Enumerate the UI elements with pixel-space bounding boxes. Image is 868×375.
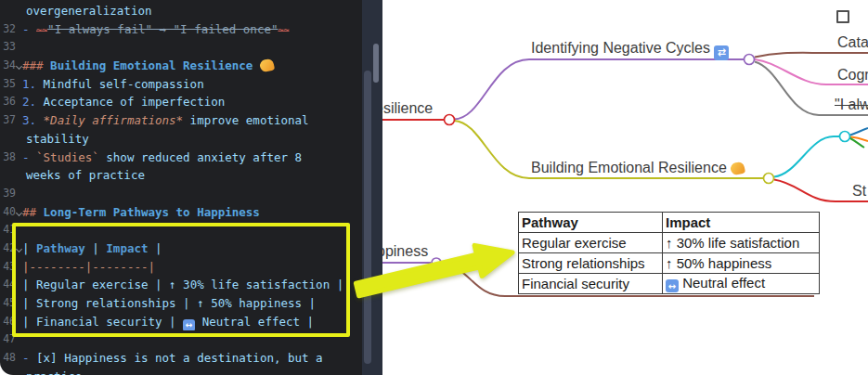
code-text[interactable] [22, 330, 362, 349]
unchecked-checkbox-icon[interactable] [836, 10, 849, 23]
code-text[interactable]: 2. Acceptance of imperfection [22, 93, 362, 111]
fold-column [16, 276, 22, 294]
fold-caret-icon[interactable] [16, 63, 22, 70]
editor-line[interactable]: 43|--------|--------| [0, 258, 362, 277]
code-text[interactable]: weeks of practice [22, 166, 362, 185]
editor-line[interactable]: 44| Regular exercise | ↑ 30% life satisf… [0, 276, 362, 294]
code-text[interactable]: - ~~"I always fail" → "I failed once"~~ [22, 20, 362, 39]
code-text[interactable] [22, 38, 362, 57]
editor-scrollbar-track[interactable] [362, 0, 382, 375]
editor-lines[interactable]: overgeneralization32- ~~"I always fail" … [0, 2, 362, 375]
editor-line[interactable]: 48- [x] Happiness is not a destination, … [0, 349, 362, 368]
code-text[interactable] [22, 185, 362, 203]
minimap-scrollbar-thumb[interactable] [373, 44, 379, 83]
token: ↑ 30% life satisfaction [169, 278, 337, 291]
editor-line[interactable]: 41 [0, 221, 362, 239]
code-text[interactable]: | Financial security | ↔ Neutral effect … [22, 313, 362, 331]
line-number [0, 2, 16, 20]
editor-line[interactable]: practice [0, 368, 362, 375]
node-resilience-clipped[interactable]: esilience [382, 99, 433, 118]
token: ~~ [278, 25, 289, 35]
editor-line[interactable]: 46| Financial security | ↔ Neutral effec… [0, 313, 362, 331]
code-text[interactable]: | Regular exercise | ↑ 30% life satisfac… [22, 276, 362, 294]
markdown-editor-pane[interactable]: overgeneralization32- ~~"I always fail" … [0, 0, 362, 375]
fold-column [16, 166, 22, 185]
line-number: 32 [0, 20, 16, 39]
token: `Studies` [36, 150, 99, 164]
node-catastrophizing-clipped[interactable]: Cata [837, 33, 868, 52]
editor-line[interactable]: 38- `Studies` show reduced anxiety after… [0, 149, 362, 167]
cell-pathway: Regular exercise [519, 233, 663, 253]
token: 2. [22, 95, 44, 109]
line-number: 34 [0, 57, 16, 75]
editor-line[interactable]: 40## Long-Term Pathways to Happiness [0, 203, 362, 222]
code-text[interactable]: 3. *Daily affirmations* improve emotiona… [22, 111, 362, 130]
token: | [309, 296, 317, 310]
editor-line[interactable]: 39 [0, 185, 362, 203]
line-number: 33 [0, 38, 16, 57]
line-number: 48 [0, 349, 16, 368]
code-text[interactable]: - [x] Happiness is not a destination, bu… [22, 349, 362, 368]
editor-line[interactable]: weeks of practice [0, 166, 362, 185]
editor-line[interactable]: 351. Mindful self-compassion [0, 75, 362, 94]
editor-line[interactable]: stability [0, 130, 362, 149]
table-row: Financial security↔ Neutral effect [519, 274, 820, 294]
node-circle-happiness[interactable] [432, 258, 441, 267]
node-happiness-clipped[interactable]: ppiness [382, 242, 428, 261]
left-right-arrow-icon: ↔ [183, 319, 195, 330]
editor-line[interactable]: 362. Acceptance of imperfection [0, 93, 362, 111]
node-cognitive-clipped[interactable]: Cogn [837, 66, 868, 84]
repeat-loop-icon: ⇄ [714, 45, 729, 60]
fold-column [16, 185, 22, 203]
editor-line[interactable]: 47 [0, 330, 362, 349]
token: ## [22, 205, 44, 219]
editor-scrollbar-thumb[interactable] [364, 71, 371, 364]
editor-line[interactable]: 32- ~~"I always fail" → "I failed once"~… [0, 20, 362, 39]
fold-column [16, 75, 22, 94]
table-header-impact: Impact [663, 213, 820, 233]
code-text[interactable]: 1. Mindful self-compassion [22, 75, 362, 94]
node-circle-list-parent[interactable] [840, 132, 850, 142]
token: Mindful self-compassion [44, 77, 204, 91]
editor-line[interactable]: 42| Pathway | Impact | [0, 239, 362, 258]
node-identifying-negative-cycles[interactable]: Identifying Negative Cycles ⇄ [531, 39, 729, 60]
code-text[interactable]: ## Long-Term Pathways to Happiness [22, 203, 362, 222]
node-circle-resilience[interactable] [445, 115, 455, 125]
node-studies-clipped[interactable]: St [852, 182, 866, 200]
node-building-emotional-resilience[interactable]: Building Emotional Resilience [531, 159, 745, 177]
editor-line[interactable]: overgeneralization [0, 2, 362, 20]
fold-column [16, 130, 22, 149]
fold-column [16, 38, 22, 57]
editor-line[interactable]: 33 [0, 38, 362, 57]
fold-caret-icon[interactable] [16, 246, 22, 252]
mindmap-preview-pane: esilience Identifying Negative Cycles ⇄ … [382, 0, 868, 375]
fold-column [16, 20, 22, 39]
fold-column [16, 111, 22, 130]
code-text[interactable] [22, 221, 362, 239]
token: 3. [22, 113, 44, 127]
token: improve emotional [183, 113, 308, 127]
line-number: 47 [0, 330, 16, 349]
node-circle-identifying[interactable] [745, 55, 755, 65]
code-text[interactable]: | Pathway | Impact | [22, 239, 362, 258]
code-text[interactable]: |--------|--------| [22, 258, 362, 277]
editor-line[interactable]: 34### Building Emotional Resilience [0, 57, 362, 75]
code-text[interactable]: practice [22, 368, 362, 375]
token: Regular exercise [36, 278, 155, 291]
node-circle-building[interactable] [764, 174, 774, 184]
line-number: 40 [0, 203, 16, 222]
code-text[interactable]: - `Studies` show reduced anxiety after 8 [22, 149, 362, 167]
code-text[interactable]: ### Building Emotional Resilience [22, 57, 362, 75]
token: - [22, 150, 36, 164]
editor-line[interactable]: 373. *Daily affirmations* improve emotio… [0, 111, 362, 130]
token: Acceptance of imperfection [44, 95, 226, 109]
node-i-always-fail-clipped[interactable]: "I alw [835, 96, 868, 114]
editor-line[interactable]: 45| Strong relationships | ↑ 50% happine… [0, 294, 362, 313]
token: | [22, 278, 36, 291]
code-text[interactable]: stability [22, 130, 362, 149]
table-header-row: Pathway Impact [519, 213, 820, 233]
code-text[interactable]: overgeneralization [22, 2, 362, 20]
fold-caret-icon[interactable] [16, 210, 22, 216]
code-text[interactable]: | Strong relationships | ↑ 50% happiness… [22, 294, 362, 313]
token: ~~ [36, 25, 47, 35]
